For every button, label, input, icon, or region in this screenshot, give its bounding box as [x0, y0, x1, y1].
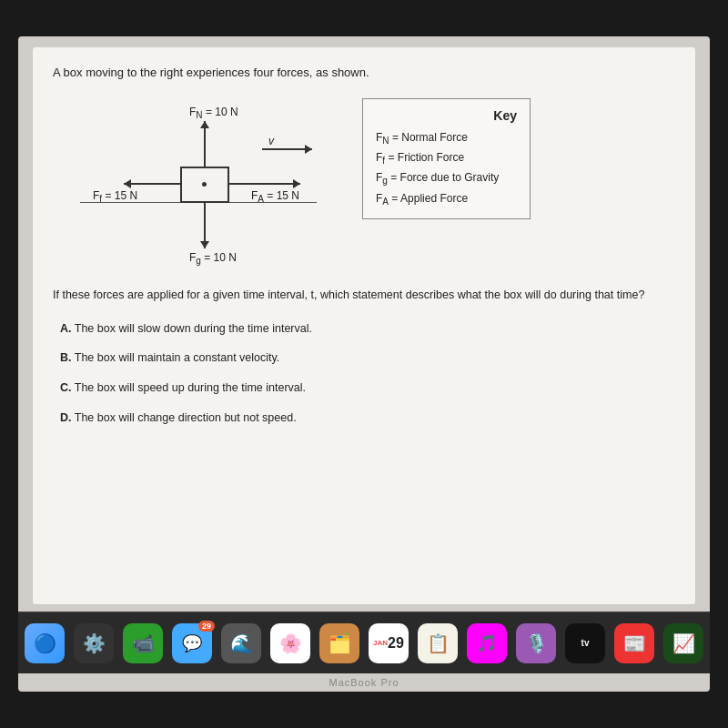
option-d-letter: D. — [60, 411, 72, 424]
dock-photos[interactable]: 🌸 — [270, 623, 310, 663]
option-c[interactable]: C. The box will speed up during the time… — [60, 379, 675, 397]
option-b-letter: B. — [60, 351, 72, 364]
macbook-label: MacBook Pro — [18, 673, 710, 692]
calendar-month: JAN — [373, 639, 388, 648]
intro-text: A box moving to the right experiences fo… — [53, 64, 675, 82]
velocity-arrow — [262, 148, 312, 150]
fn-arrow — [204, 121, 206, 168]
option-a[interactable]: A. The box will slow down during the tim… — [60, 320, 675, 338]
calendar-day: 29 — [388, 636, 404, 651]
laptop-screen: A box moving to the right experiences fo… — [18, 36, 710, 692]
dock-appletv[interactable]: tv — [565, 623, 605, 663]
fg-label: Fg = 10 N — [189, 251, 237, 266]
dock-siri[interactable]: 🌊 — [221, 623, 261, 663]
messages-badge: 29 — [198, 621, 215, 632]
force-diagram: FN = 10 N Fg = 10 N Ff = 15 N FA = 15 N … — [53, 98, 344, 271]
option-b[interactable]: B. The box will maintain a constant velo… — [60, 349, 675, 367]
ff-label: Ff = 15 N — [93, 189, 137, 204]
dock-news[interactable]: 📰 — [614, 623, 654, 663]
dock-stocks[interactable]: 📈 — [663, 623, 703, 663]
option-c-text: The box will speed up during the time in… — [75, 381, 306, 394]
key-item-fn: FN = Normal Force — [376, 128, 517, 148]
dock-music[interactable]: 🎵 — [467, 623, 507, 663]
option-b-text: The box will maintain a constant velocit… — [75, 351, 280, 364]
fn-label: FN = 10 N — [189, 106, 238, 120]
key-title: Key — [376, 108, 517, 123]
option-a-letter: A. — [60, 322, 72, 335]
option-d[interactable]: D. The box will change direction but not… — [60, 410, 675, 427]
dock-launchpad[interactable]: ⚙️ — [74, 623, 114, 663]
center-dot — [202, 182, 207, 187]
key-item-ff: Ff = Friction Force — [376, 148, 517, 168]
option-d-text: The box will change direction but not sp… — [75, 411, 297, 424]
dock-calendar[interactable]: JAN 29 — [369, 623, 409, 663]
followup-text: If these forces are applied for a given … — [53, 286, 675, 304]
dock-filefolder[interactable]: 🗂️ — [319, 623, 359, 663]
ff-arrow — [124, 183, 180, 185]
dock-messages[interactable]: 💬 29 — [172, 623, 212, 663]
key-item-fa: FA = Applied Force — [376, 189, 517, 209]
key-item-fg: Fg = Force due to Gravity — [376, 168, 517, 188]
fa-label: FA = 15 N — [251, 189, 299, 204]
dock-facetime[interactable]: 📹 — [123, 623, 163, 663]
fa-arrow — [229, 183, 300, 185]
content-area: A box moving to the right experiences fo… — [33, 47, 695, 604]
key-box: Key FN = Normal Force Ff = Friction Forc… — [362, 98, 531, 220]
v-label: v — [268, 135, 274, 147]
dock-finder[interactable]: 🔵 — [25, 623, 65, 663]
fg-arrow — [204, 203, 206, 248]
option-c-letter: C. — [60, 381, 72, 394]
diagram-section: FN = 10 N Fg = 10 N Ff = 15 N FA = 15 N … — [53, 98, 675, 271]
option-a-text: The box will slow down during the time i… — [75, 322, 312, 335]
dock-reminders[interactable]: 📋 — [418, 623, 458, 663]
options-list: A. The box will slow down during the tim… — [60, 320, 675, 427]
dock-podcasts[interactable]: 🎙️ — [516, 623, 556, 663]
dock: 🔵 ⚙️ 📹 💬 29 🌊 🌸 🗂️ JAN 29 📋 🎵 🎙️ tv 📰 📈 — [18, 612, 710, 673]
